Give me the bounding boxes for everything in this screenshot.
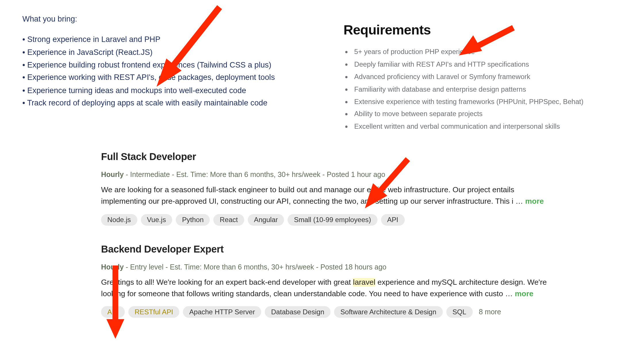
job-listing: Backend Developer ExpertHourly - Entry l… bbox=[101, 243, 549, 318]
job-meta: Hourly - Intermediate - Est. Time: More … bbox=[101, 171, 549, 179]
job-tag[interactable]: RESTful API bbox=[128, 306, 179, 318]
requirements-item: Extensive experience with testing framew… bbox=[352, 95, 612, 108]
job-description: Greetings to all! We're looking for an e… bbox=[101, 276, 549, 300]
job-tag[interactable]: API bbox=[381, 214, 405, 226]
job-tag[interactable]: API bbox=[101, 306, 125, 318]
job-pay-type: Hourly bbox=[101, 171, 124, 178]
requirements-item: Advanced proficiency with Laravel or Sym… bbox=[352, 70, 612, 83]
more-link[interactable]: more bbox=[525, 197, 544, 206]
requirements-item: Ability to move between separate project… bbox=[352, 108, 612, 120]
job-tag[interactable]: Software Architecture & Design bbox=[334, 306, 442, 318]
job-tag[interactable]: Python bbox=[176, 214, 210, 226]
requirements-item: 5+ years of production PHP experience bbox=[352, 46, 612, 58]
what-you-bring-item: • Strong experience in Laravel and PHP bbox=[22, 33, 304, 46]
job-tag[interactable]: Small (10-99 employees) bbox=[288, 214, 377, 226]
what-you-bring-item: • Experience in JavaScript (React.JS) bbox=[22, 46, 304, 59]
job-tags: Node.jsVue.jsPythonReactAngularSmall (10… bbox=[101, 214, 549, 226]
what-you-bring-heading: What you bring: bbox=[22, 13, 304, 25]
job-description: We are looking for a seasoned full-stack… bbox=[101, 184, 549, 208]
job-listing: Full Stack DeveloperHourly - Intermediat… bbox=[101, 151, 549, 226]
job-tags: APIRESTful APIApache HTTP ServerDatabase… bbox=[101, 306, 549, 318]
more-link[interactable]: more bbox=[515, 290, 534, 298]
job-meta: Hourly - Entry level - Est. Time: More t… bbox=[101, 263, 549, 271]
requirements-item: Deeply familiar with REST API's and HTTP… bbox=[352, 58, 612, 70]
job-tag[interactable]: React bbox=[214, 214, 244, 226]
job-tag[interactable]: SQL bbox=[446, 306, 473, 318]
what-you-bring-item: • Experience working with REST API's, co… bbox=[22, 71, 304, 84]
job-title[interactable]: Full Stack Developer bbox=[101, 151, 549, 163]
more-tags-link[interactable]: 8 more bbox=[479, 308, 501, 316]
what-you-bring-item: • Track record of deploying apps at scal… bbox=[22, 97, 304, 109]
job-tag[interactable]: Angular bbox=[248, 214, 284, 226]
job-tag[interactable]: Database Design bbox=[265, 306, 331, 318]
job-pay-type: Hourly bbox=[101, 263, 124, 271]
requirements-item: Familiarity with database and enterprise… bbox=[352, 83, 612, 95]
job-title[interactable]: Backend Developer Expert bbox=[101, 243, 549, 255]
job-tag[interactable]: Apache HTTP Server bbox=[183, 306, 261, 318]
requirements-heading: Requirements bbox=[344, 22, 612, 38]
what-you-bring-item: • Experience building robust frontend ex… bbox=[22, 59, 304, 71]
job-tag[interactable]: Vue.js bbox=[141, 214, 172, 226]
what-you-bring-item: • Experience turning ideas and mockups i… bbox=[22, 84, 304, 97]
job-tag[interactable]: Node.js bbox=[101, 214, 137, 226]
requirements-block: Requirements 5+ years of production PHP … bbox=[344, 22, 612, 133]
highlighted-keyword: laravel bbox=[353, 278, 375, 286]
what-you-bring-block: What you bring: • Strong experience in L… bbox=[22, 13, 304, 109]
requirements-item: Excellent written and verbal communicati… bbox=[352, 120, 612, 133]
